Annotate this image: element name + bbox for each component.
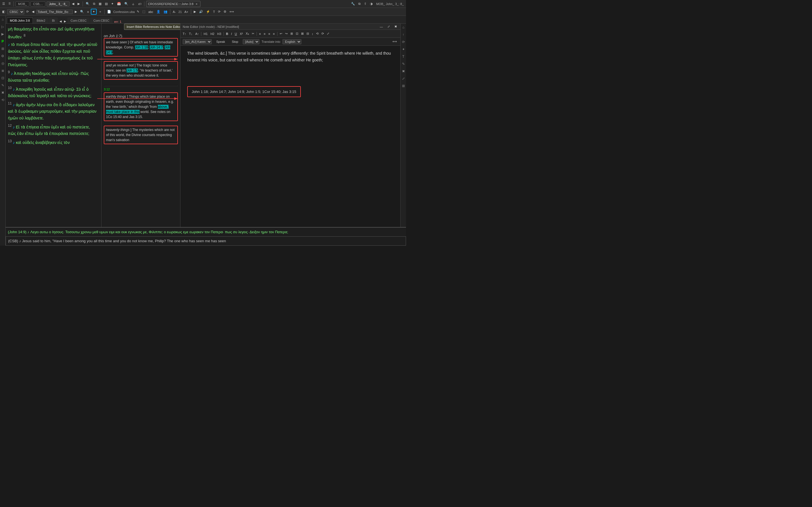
sidebar-circle-icon[interactable]: ◎ xyxy=(1,61,5,66)
tools-icon[interactable]: 🔧 xyxy=(350,1,356,6)
module-icon[interactable]: ◧ xyxy=(1,9,6,14)
ne-color-btn[interactable]: A↑ xyxy=(194,32,200,36)
rs-expand-icon[interactable]: ⤢ xyxy=(402,76,405,81)
share-icon[interactable]: ⇧ xyxy=(363,1,368,6)
format-icon[interactable]: ≡ xyxy=(86,10,90,14)
next-book-btn[interactable]: ▶ xyxy=(73,9,78,14)
select-icon[interactable]: ⬚ xyxy=(141,9,146,14)
tts2-icon[interactable]: 🔊 xyxy=(198,9,204,14)
prev-tab-btn[interactable]: ◀ xyxy=(71,1,75,6)
refresh2-icon[interactable]: ⟳ xyxy=(217,9,221,14)
sidebar-rotate-icon[interactable]: ⟲ xyxy=(1,98,5,103)
ne-h1-btn[interactable]: H1 xyxy=(202,32,209,36)
ne-h2-btn[interactable]: H2 xyxy=(209,32,215,36)
sidebar-cross-icon[interactable]: ✖ xyxy=(1,90,5,95)
sidebar-grid-icon[interactable]: ⊞ xyxy=(1,46,5,51)
ne-minimize-btn[interactable]: — xyxy=(378,25,384,29)
sidebar-arrow-icon[interactable]: ▷ xyxy=(1,24,4,29)
ne-list-btn[interactable]: ⊡ xyxy=(295,32,299,36)
next-tab-btn[interactable]: ▶ xyxy=(77,1,81,6)
sidebar-list-icon[interactable]: ≣ xyxy=(1,68,5,73)
font-up-btn[interactable]: A+ xyxy=(183,10,190,14)
ne-align-left-btn[interactable]: ≡ xyxy=(258,32,262,36)
crossref-close-btn[interactable]: × xyxy=(195,2,199,6)
ne-numlist-btn[interactable]: ⊠ xyxy=(300,32,305,36)
ne-super-btn[interactable]: X² xyxy=(239,32,244,36)
lightning-icon[interactable]: ⚡ xyxy=(205,9,211,14)
tab-bi[interactable]: Bi xyxy=(49,17,58,23)
tab-mob[interactable]: MOB_ xyxy=(15,1,29,6)
refresh-icon[interactable]: ⟳ xyxy=(25,9,30,14)
tts-stop-btn[interactable]: Stop xyxy=(230,40,241,44)
grid-icon[interactable]: ⠿ xyxy=(7,1,12,6)
ne-font-down-btn[interactable]: T↓ xyxy=(188,32,193,36)
book-nav-input[interactable] xyxy=(36,10,73,14)
ne-close-btn[interactable]: ✖ xyxy=(393,24,398,29)
user-icon[interactable]: 👤 xyxy=(155,9,161,14)
calendar-icon[interactable]: 📅 xyxy=(116,1,122,6)
tts-voice-select[interactable]: [en_AU] Karen xyxy=(183,39,212,44)
grid2-icon[interactable]: ▦ xyxy=(98,1,103,6)
sidebar-pencil-icon[interactable]: ✎ xyxy=(1,83,5,88)
crossref-tab[interactable]: CROSSREFERENCE::::John 3:8 × xyxy=(146,1,201,7)
play-icon[interactable]: ▶ xyxy=(193,9,197,14)
ne-align-right-btn[interactable]: ≡ xyxy=(267,32,271,36)
sidebar-home-icon[interactable]: ⌂ xyxy=(1,17,4,22)
ne-h3-btn[interactable]: H3 xyxy=(216,32,222,36)
ne-sub-btn[interactable]: X₂ xyxy=(245,32,250,36)
star-icon[interactable]: ✦ xyxy=(110,1,115,6)
rs-home-icon[interactable]: ⌂ xyxy=(402,25,405,30)
tab-com-cbsc2[interactable]: Com:CBSC xyxy=(90,17,112,23)
rs-sync-icon[interactable]: ⟳ xyxy=(402,40,405,45)
edit-icon[interactable]: ✎ xyxy=(136,9,140,14)
tag-icon[interactable]: 🏷 xyxy=(137,2,142,6)
ne-table-btn[interactable]: ⊞ xyxy=(289,32,294,36)
add-icon[interactable]: ＋ xyxy=(98,9,103,14)
ne-undo-btn[interactable]: ↩ xyxy=(278,32,283,36)
font-down-btn[interactable]: A- xyxy=(172,10,177,14)
tts-language-select[interactable]: English xyxy=(283,39,301,44)
sidebar-box-icon[interactable]: ⊡ xyxy=(1,75,5,80)
tts-translate-icon[interactable]: ⟺ xyxy=(391,40,398,44)
rs-pencil-icon[interactable]: ✎ xyxy=(402,61,405,66)
sidebar-arrow2-icon[interactable]: ▶ xyxy=(1,32,4,37)
copy-icon[interactable]: ⧉ xyxy=(92,1,96,6)
crossref-icon[interactable]: ✦ xyxy=(91,9,97,15)
tts-auto-select[interactable]: [Auto] xyxy=(243,39,259,44)
zoom-icon[interactable]: 🔍 xyxy=(123,1,130,6)
search-icon[interactable]: 🔍 xyxy=(85,1,91,6)
ne-maximize-btn[interactable]: ⤢ xyxy=(386,24,391,29)
ne-font-up-btn[interactable]: T↑ xyxy=(182,32,187,36)
module-select[interactable]: CBSC xyxy=(7,9,24,14)
ne-justify-btn[interactable]: ≡ xyxy=(272,32,276,36)
rs-translate-icon[interactable]: T xyxy=(402,54,405,59)
ne-rotate-right-btn[interactable]: ⟳ xyxy=(320,32,325,36)
abc-icon[interactable]: abc xyxy=(147,10,154,14)
ne-clear-btn[interactable]: ✂ xyxy=(251,32,255,36)
tab-com-cbsc1[interactable]: Com:CBSC xyxy=(67,17,90,23)
filter-icon[interactable]: ⫝ xyxy=(131,2,136,6)
tab-csb[interactable]: CSB,... xyxy=(31,1,45,6)
tab-bible2[interactable]: Bible2 xyxy=(34,17,49,23)
tab-prev-btn[interactable]: ◀ xyxy=(58,19,63,23)
tab-next-btn[interactable]: ▶ xyxy=(63,19,67,23)
settings2-icon[interactable]: ⚙ xyxy=(222,9,227,14)
ne-underline-btn[interactable]: U xyxy=(234,32,238,36)
theme-icon[interactable]: ◑ xyxy=(369,1,374,6)
tts-speak-btn[interactable]: Speak xyxy=(214,40,227,44)
sidebar-P-icon[interactable]: P xyxy=(1,39,4,44)
translate-icon[interactable]: T xyxy=(212,10,216,14)
search2-icon[interactable]: 🔍 xyxy=(79,9,85,14)
tab-mob-john[interactable]: MOB-John 3:8 xyxy=(7,17,33,23)
rs-crossref-icon[interactable]: ✦ xyxy=(402,47,405,52)
arrows-icon[interactable]: ⟺ xyxy=(229,9,235,14)
ne-expand-btn[interactable]: ⤢ xyxy=(326,32,331,36)
ne-rotate-left-btn[interactable]: ⟲ xyxy=(315,32,320,36)
rs-cross-icon[interactable]: ✖ xyxy=(402,69,405,74)
ne-bold-btn[interactable]: B xyxy=(225,32,230,36)
file-icon[interactable]: 📄 xyxy=(106,9,112,14)
prev-book-btn[interactable]: ◀ xyxy=(31,9,35,14)
external-icon[interactable]: ⧉ xyxy=(357,1,362,6)
layout-icon[interactable]: ▤ xyxy=(104,1,109,6)
tab-john[interactable]: John_ 3_: 8_ xyxy=(47,1,70,6)
